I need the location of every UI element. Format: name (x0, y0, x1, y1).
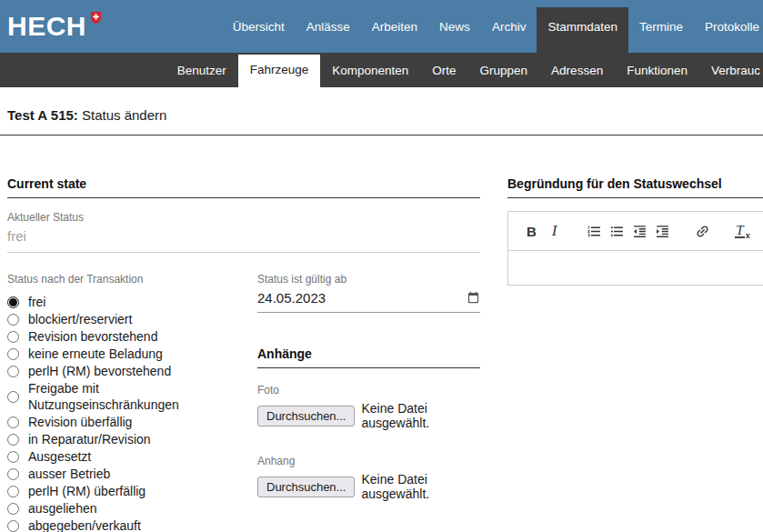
radio-label: ausser Betrieb (28, 466, 110, 482)
subnav-item[interactable]: Gruppen (468, 53, 540, 87)
radio[interactable] (7, 520, 19, 532)
nav-item[interactable]: Stammdaten (537, 7, 628, 53)
radio[interactable] (7, 366, 19, 377)
subnav-item-label: Fahrzeuge (250, 63, 309, 76)
radio[interactable] (7, 391, 19, 403)
reason-section: Begründung für den Statuswechsel B I (507, 136, 763, 532)
foto-upload-field: Foto Durchsuchen... Keine Datei ausgewäh… (257, 384, 480, 430)
calendar-icon[interactable] (467, 291, 480, 305)
valid-from-date-value: 24.05.2023 (257, 290, 326, 306)
subnav-item[interactable]: Orte (420, 53, 467, 87)
bold-icon[interactable]: B (520, 219, 543, 243)
status-radio-option[interactable]: blockiert/reserviert (7, 311, 246, 327)
sub-nav: Benutzer Fahrzeuge Komponenten Orte Grup… (166, 53, 763, 87)
subnav-item-label: Verbrauc (711, 64, 760, 77)
status-transaction-column: Status nach der Transaktion frei blockie… (7, 273, 246, 532)
radio[interactable] (7, 434, 19, 446)
nav-item[interactable]: News (428, 0, 481, 53)
logo-text: HECH (7, 11, 86, 42)
radio-label: ausgeliehen (28, 500, 97, 517)
anhang-no-file-text: Keine Datei ausgewählt. (361, 472, 480, 501)
sub-nav-bar: Benutzer Fahrzeuge Komponenten Orte Grup… (0, 53, 763, 87)
subnav-item[interactable]: Funktionen (615, 53, 699, 87)
aktueller-status-field: Aktueller Status frei (7, 211, 480, 253)
subnav-item-label: Komponenten (332, 64, 408, 77)
nav-item-label: Termine (639, 20, 683, 34)
current-state-heading: Current state (7, 176, 480, 198)
nav-item[interactable]: Archiv (481, 0, 537, 53)
status-radio-option[interactable]: ausgeliehen (7, 500, 246, 517)
aktueller-status-value: frei (7, 228, 480, 253)
valid-from-date-field[interactable]: 24.05.2023 (257, 290, 480, 313)
radio-label: blockiert/reserviert (28, 311, 132, 327)
subnav-item[interactable]: Adressen (539, 53, 615, 87)
status-radio-option[interactable]: frei (7, 294, 246, 310)
status-radio-option[interactable]: Revision bevorstehend (7, 328, 246, 345)
nav-item[interactable]: Protokolle (694, 0, 763, 53)
foto-browse-button[interactable]: Durchsuchen... (257, 406, 355, 427)
subnav-item-label: Benutzer (177, 64, 226, 77)
top-header: HECH Übersicht Anlässe Arbeiten News Arc… (0, 0, 763, 53)
status-radio-option[interactable]: Freigabe mit Nutzungseinschränkungen (7, 380, 246, 413)
transaction-label: Status nach der Transaktion (7, 273, 246, 286)
radio-label: keine erneute Beladung (28, 346, 163, 362)
status-radio-option[interactable]: Ausgesetzt (7, 448, 246, 465)
indent-icon[interactable] (651, 219, 674, 243)
aktueller-status-label: Aktueller Status (7, 211, 480, 224)
page-title: Test A 515: Status ändern (0, 87, 763, 136)
numbered-list-icon[interactable] (583, 219, 606, 243)
attachments-heading: Anhänge (257, 346, 480, 368)
radio-label: frei (28, 294, 45, 310)
subnav-item[interactable]: Komponenten (320, 53, 420, 87)
status-radio-option[interactable]: keine erneute Beladung (7, 346, 246, 362)
anhang-browse-button[interactable]: Durchsuchen... (257, 477, 355, 497)
bullet-list-icon[interactable] (606, 219, 628, 243)
status-radio-option[interactable]: perlH (RM) überfällig (7, 483, 246, 499)
radio-label: perlH (RM) überfällig (28, 483, 146, 499)
nav-item[interactable]: Anlässe (296, 0, 361, 53)
foto-no-file-text: Keine Datei ausgewählt. (361, 401, 480, 430)
editor-content-area[interactable] (508, 251, 763, 285)
subnav-item-label: Orte (432, 64, 456, 77)
radio[interactable] (7, 451, 19, 463)
nav-item[interactable]: Übersicht (222, 0, 296, 53)
status-radio-option[interactable]: Revision überfällig (7, 414, 246, 430)
subnav-item-label: Funktionen (627, 64, 688, 77)
reason-heading: Begründung für den Statuswechsel (507, 176, 763, 198)
subnav-item[interactable]: Verbrauc (699, 53, 763, 87)
radio[interactable] (7, 503, 19, 515)
rich-text-editor: B I Tx (507, 211, 763, 286)
subnav-item[interactable]: Benutzer (166, 53, 238, 87)
outdent-icon[interactable] (628, 219, 651, 243)
nav-item[interactable]: Arbeiten (361, 0, 428, 53)
nav-item-label: Arbeiten (372, 20, 417, 34)
editor-toolbar: B I Tx (508, 212, 763, 251)
radio[interactable] (7, 314, 19, 326)
radio[interactable] (7, 468, 19, 480)
nav-item-label: Übersicht (233, 20, 285, 34)
radio[interactable] (7, 486, 19, 497)
valid-from-label: Status ist gültig ab (257, 273, 480, 286)
status-radio-option[interactable]: in Reparatur/Revision (7, 431, 246, 447)
subnav-item[interactable]: Fahrzeuge (238, 55, 321, 96)
radio[interactable] (7, 296, 19, 308)
radio-label: Revision bevorstehend (28, 328, 157, 345)
status-radio-option[interactable]: perlH (RM) bevorstehend (7, 363, 246, 379)
remove-format-icon[interactable]: Tx (731, 219, 754, 243)
radio[interactable] (7, 331, 19, 343)
subnav-item-label: Adressen (551, 64, 603, 77)
link-icon[interactable] (691, 219, 714, 243)
app-logo[interactable]: HECH (7, 0, 102, 53)
nav-item[interactable]: Termine (628, 0, 694, 53)
nav-item-label: Stammdaten (547, 20, 617, 34)
status-radio-option[interactable]: ausser Betrieb (7, 466, 246, 482)
italic-icon[interactable]: I (543, 219, 566, 243)
radio[interactable] (7, 417, 19, 428)
subnav-item-label: Gruppen (480, 64, 528, 77)
vehicle-name: Test A 515: (7, 107, 78, 123)
status-radio-group: frei blockiert/reserviert Revision bevor… (7, 294, 246, 532)
status-radio-option[interactable]: abgegeben/verkauft (7, 517, 246, 532)
date-attachments-column: Status ist gültig ab 24.05.2023 Anhänge … (257, 273, 480, 532)
radio[interactable] (7, 348, 19, 360)
radio-label: in Reparatur/Revision (28, 431, 151, 447)
